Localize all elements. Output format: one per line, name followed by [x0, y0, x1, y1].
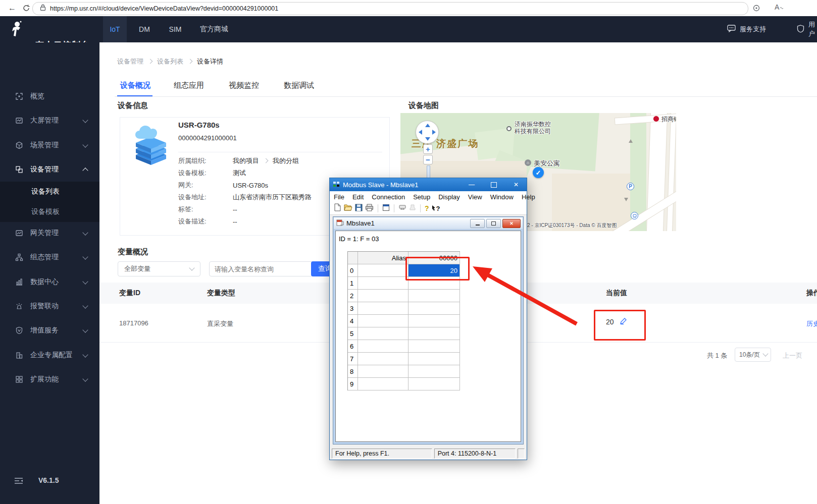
alias-cell[interactable]: [358, 365, 408, 378]
nav-tab-shop[interactable]: 官方商城: [195, 16, 233, 42]
nav-tab-dm[interactable]: DM: [133, 16, 156, 42]
sidebar-item-scene-mgmt[interactable]: 场景管理: [0, 137, 99, 154]
variable-type-select[interactable]: 全部变量: [118, 261, 200, 276]
edit-value-icon[interactable]: [620, 317, 627, 327]
row-index: 0: [348, 264, 358, 277]
alias-cell[interactable]: [358, 290, 408, 302]
alias-cell[interactable]: [358, 378, 408, 390]
sidebar-item-scada-mgmt[interactable]: 组态管理: [0, 249, 99, 266]
minimize-icon[interactable]: —: [464, 180, 479, 190]
map-pan-control[interactable]: [416, 121, 439, 144]
modbus-slave-window[interactable]: Modbus Slave - Mbslave1 — ✕ File Edit Co…: [329, 178, 527, 460]
alias-cell[interactable]: [358, 340, 408, 353]
tab-data-debug[interactable]: 数据调试: [284, 81, 314, 90]
history-data-link[interactable]: 历史数据: [806, 319, 817, 328]
display-setup-icon[interactable]: [382, 204, 390, 213]
value-cell[interactable]: [408, 302, 460, 315]
doc-titlebar[interactable]: Mbslave1 ✕: [334, 217, 523, 230]
modbus-register-table[interactable]: Alias 00000 0 20 1 2 3 4: [347, 251, 460, 390]
value-cell[interactable]: [408, 378, 460, 390]
map-zoom-out-button[interactable]: −: [423, 155, 433, 164]
gateway-icon: [15, 229, 23, 237]
menu-window[interactable]: Window: [486, 193, 518, 201]
menu-edit[interactable]: Edit: [348, 193, 368, 201]
doc-minimize-icon[interactable]: [470, 219, 485, 228]
menu-display[interactable]: Display: [434, 193, 464, 201]
tab-device-overview[interactable]: 设备概况: [120, 81, 150, 90]
pan-right-icon[interactable]: [432, 130, 436, 135]
sidebar-item-data-center[interactable]: 数据中心: [0, 273, 99, 291]
status-help-text: For Help, press F1.: [332, 449, 432, 459]
value-cell[interactable]: [408, 365, 460, 378]
sidebar-item-enterprise-config[interactable]: 企业专属配置: [0, 347, 99, 364]
row-index: 7: [348, 353, 358, 365]
value-cell-selected[interactable]: 20: [408, 264, 460, 277]
nav-tab-sim[interactable]: SIM: [163, 16, 188, 42]
breadcrumb-device-mgmt[interactable]: 设备管理: [117, 57, 143, 66]
device-location-marker[interactable]: ✓: [533, 167, 544, 178]
doc-close-icon[interactable]: ✕: [502, 219, 521, 228]
read-aloud-icon[interactable]: A: [775, 3, 784, 11]
doc-restore-icon[interactable]: [486, 219, 501, 228]
tab-scada-app[interactable]: 组态应用: [174, 81, 204, 90]
new-file-icon[interactable]: [334, 203, 341, 213]
sidebar-item-overview[interactable]: 概览: [0, 88, 99, 105]
menu-help[interactable]: Help: [518, 193, 539, 201]
value-cell[interactable]: [408, 340, 460, 353]
sidebar-item-screen-mgmt[interactable]: 大屏管理: [0, 112, 99, 129]
alias-cell[interactable]: [358, 277, 408, 290]
close-icon[interactable]: ✕: [508, 180, 524, 190]
value-cell[interactable]: [408, 353, 460, 365]
location-icon[interactable]: [752, 4, 760, 14]
variable-search-input[interactable]: [209, 261, 317, 276]
context-help-icon[interactable]: ?: [432, 205, 440, 212]
value-cell[interactable]: [408, 277, 460, 290]
sidebar-item-device-list[interactable]: 设备列表: [0, 182, 99, 202]
sidebar-item-gateway-mgmt[interactable]: 网关管理: [0, 225, 99, 242]
sidebar-collapse-icon[interactable]: [14, 477, 23, 486]
sidebar-item-extensions[interactable]: 扩展功能: [0, 371, 99, 388]
prev-page-button[interactable]: 上一页: [783, 351, 802, 360]
nav-tab-iot[interactable]: IoT: [103, 16, 127, 42]
back-icon[interactable]: ←: [8, 0, 16, 16]
value-cell[interactable]: [408, 290, 460, 302]
top-navbar: 有人云控制台 www.usr.cn IoT DM SIM 官方商城 服务支持 用…: [0, 16, 817, 42]
register-header: 00000: [408, 252, 460, 264]
alias-cell[interactable]: [358, 327, 408, 340]
sidebar-item-alarm[interactable]: 报警联动: [0, 298, 99, 315]
sidebar-item-value-added[interactable]: 增值服务: [0, 322, 99, 339]
open-file-icon[interactable]: [344, 204, 352, 213]
maximize-icon[interactable]: [486, 180, 501, 190]
refresh-icon[interactable]: [22, 4, 30, 14]
pan-down-icon[interactable]: [425, 137, 430, 141]
page-size-select[interactable]: 10条/页: [735, 348, 771, 362]
address-bar[interactable]: https://mp.usr.cn/#/cloud/device/ViewDev…: [32, 2, 748, 15]
user-link[interactable]: 用户: [797, 16, 817, 42]
sidebar-item-device-template[interactable]: 设备模板: [0, 202, 99, 222]
menu-view[interactable]: View: [464, 193, 486, 201]
save-icon[interactable]: [355, 204, 363, 213]
alias-cell[interactable]: [358, 353, 408, 365]
tab-video-monitor[interactable]: 视频监控: [229, 81, 259, 90]
value-cell[interactable]: [408, 327, 460, 340]
alias-cell[interactable]: [358, 264, 408, 277]
sidebar-submenu: 设备列表 设备模板: [0, 182, 99, 222]
print-icon[interactable]: [365, 204, 374, 213]
connection-up-icon[interactable]: [398, 204, 406, 213]
pan-left-icon[interactable]: [419, 130, 422, 135]
breadcrumb-device-list[interactable]: 设备列表: [157, 57, 183, 66]
sidebar-item-device-mgmt[interactable]: 设备管理: [0, 161, 99, 178]
modbus-titlebar[interactable]: Modbus Slave - Mbslave1 — ✕: [330, 178, 527, 191]
alias-cell[interactable]: [358, 315, 408, 327]
map-zoom-in-button[interactable]: +: [423, 144, 433, 154]
alias-cell[interactable]: [358, 302, 408, 315]
menu-file[interactable]: File: [330, 193, 348, 201]
menu-connection[interactable]: Connection: [368, 193, 409, 201]
brand-logo-icon[interactable]: [10, 20, 23, 40]
menu-setup[interactable]: Setup: [409, 193, 434, 201]
help-icon[interactable]: ?: [425, 204, 429, 212]
mbslave-doc-window[interactable]: Mbslave1 ✕ ID = 1: F = 03 Alias 00000 0 …: [333, 216, 524, 444]
value-cell[interactable]: [408, 315, 460, 327]
support-link[interactable]: 服务支持: [727, 16, 766, 42]
pan-up-icon[interactable]: [425, 124, 430, 127]
